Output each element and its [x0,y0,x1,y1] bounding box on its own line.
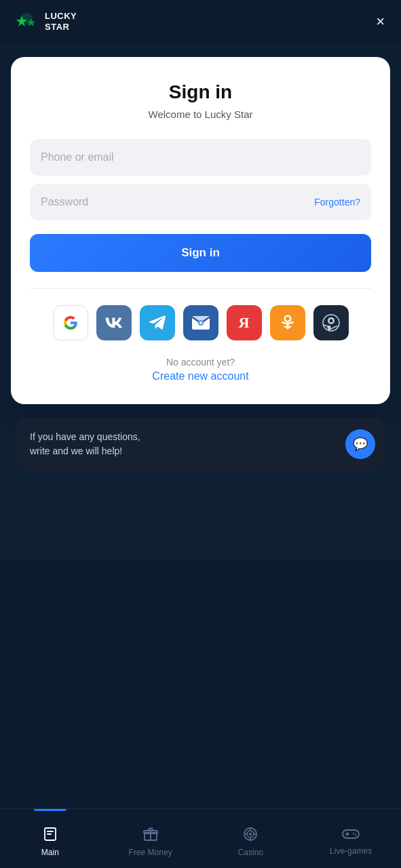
live-games-nav-icon [342,827,360,844]
chat-text: If you have any questions, write and we … [30,430,344,458]
mail-icon [192,316,210,330]
telegram-login-button[interactable] [140,305,175,340]
vk-login-button[interactable] [96,305,132,340]
logo-text: LUCKY STAR [45,11,77,32]
mail-login-button[interactable] [183,305,218,340]
google-icon [63,315,78,330]
casino-nav-icon [242,826,259,845]
create-account-button[interactable]: Create new account [152,370,248,382]
free-money-nav-label: Free Money [129,848,172,857]
nav-item-casino[interactable]: Casino [201,809,301,868]
casino-nav-label: Casino [238,848,263,857]
lucky-star-logo-icon [14,9,39,35]
main-nav-label: Main [41,848,59,857]
signin-button[interactable]: Sign in [30,234,371,272]
steam-icon [322,314,340,332]
password-wrapper: Forgotten? [30,184,371,220]
chat-open-button[interactable]: 💬 [345,429,375,459]
header: LUCKY STAR × [0,0,401,43]
no-account-text: No account yet? [30,357,371,368]
divider [30,288,371,289]
bottom-navigation: Main Free Money [0,808,401,868]
phone-email-input[interactable] [30,139,371,176]
nav-item-main[interactable]: Main [0,809,100,868]
svg-rect-23 [343,830,359,838]
google-login-button[interactable] [53,305,88,340]
no-account-section: No account yet? Create new account [30,357,371,382]
steam-login-button[interactable] [313,305,349,340]
modal-subtitle: Welcome to Lucky Star [30,108,371,120]
social-login-row: Я [30,305,371,340]
main-nav-icon [42,826,58,845]
svg-rect-12 [47,833,52,835]
ok-login-button[interactable] [270,305,305,340]
nav-item-live-games[interactable]: Live-games [301,809,401,868]
yandex-login-button[interactable]: Я [227,305,262,340]
forgotten-button[interactable]: Forgotten? [314,197,360,208]
chat-icon: 💬 [353,437,368,452]
svg-point-8 [329,319,332,323]
bottom-spacer [0,559,401,618]
close-button[interactable]: × [373,12,387,32]
svg-point-4 [286,317,290,321]
ok-icon [282,313,294,332]
svg-point-2 [199,321,202,324]
signin-modal: Sign in Welcome to Lucky Star Forgotten?… [11,57,390,404]
svg-point-27 [355,833,356,835]
background-area: Sign in Welcome to Lucky Star Forgotten?… [0,43,401,559]
modal-title: Sign in [30,81,371,103]
yandex-icon: Я [239,314,250,332]
nav-item-free-money[interactable]: Free Money [100,809,201,868]
svg-point-9 [327,326,330,330]
live-games-nav-label: Live-games [330,846,372,856]
telegram-icon [149,315,166,330]
svg-point-26 [353,832,354,833]
vk-icon [105,317,123,328]
free-money-nav-icon [142,826,159,845]
chat-widget: If you have any questions, write and we … [16,418,385,471]
svg-point-18 [249,833,252,835]
svg-rect-11 [47,831,54,832]
logo-area: LUCKY STAR [14,9,77,35]
